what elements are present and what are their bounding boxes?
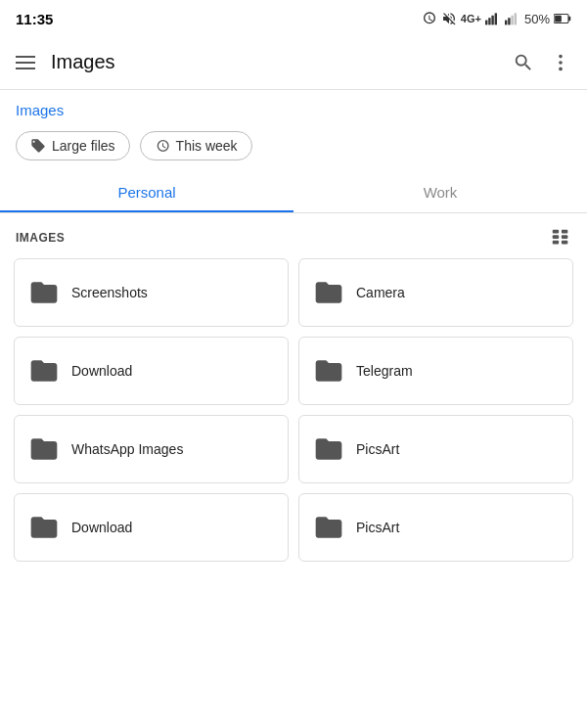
svg-rect-17 [562,230,567,234]
folder-label: PicsArt [356,441,399,457]
folder-icon [28,512,60,543]
signal-icon [485,12,501,25]
status-icons: 4G+ 50% [422,11,571,26]
filters: Large files This week [0,127,587,172]
folder-label: PicsArt [356,520,399,535]
svg-point-13 [559,67,563,70]
svg-rect-19 [562,241,567,245]
grid-view-icon [550,227,571,249]
list-item[interactable]: PicsArt [298,493,573,562]
folder-icon [28,277,60,308]
svg-rect-0 [485,21,487,25]
status-time: 11:35 [16,11,53,27]
folder-icon [313,433,344,465]
search-button[interactable] [513,52,534,73]
folder-icon [313,277,344,308]
svg-point-12 [559,61,563,65]
battery-icon [554,12,571,25]
mute-icon [441,11,457,26]
list-item[interactable]: Screenshots [14,258,289,327]
folder-label: Download [71,520,132,535]
tabs: Personal Work [0,172,587,213]
svg-rect-6 [511,16,513,25]
more-options-button[interactable] [550,52,571,73]
this-week-label: This week [176,138,238,154]
folder-icon [28,355,60,387]
folder-label: Download [71,363,132,379]
list-item[interactable]: Download [14,337,289,405]
view-toggle-button[interactable] [550,227,571,249]
folder-icon [313,512,344,543]
svg-rect-15 [553,235,559,239]
folder-icon [28,433,60,465]
folder-label: Screenshots [71,285,148,300]
svg-rect-16 [553,241,559,245]
battery-text: 50% [524,12,550,26]
svg-rect-14 [553,230,559,234]
breadcrumb-text: Images [16,102,64,118]
breadcrumb: Images [0,90,587,127]
tab-work[interactable]: Work [294,172,587,212]
tab-personal[interactable]: Personal [0,172,294,212]
app-bar-actions [513,52,571,73]
list-item[interactable]: Telegram [298,337,573,405]
alarm-icon [422,11,437,26]
signal2-icon [505,12,520,25]
folder-grid: Screenshots Camera Download Telegram Wha… [0,258,587,575]
svg-rect-10 [555,16,562,23]
svg-point-11 [559,54,563,58]
folder-label: Telegram [356,363,413,379]
this-week-chip[interactable]: This week [140,131,252,160]
list-item[interactable]: PicsArt [298,415,573,483]
list-item[interactable]: Camera [298,258,573,327]
large-files-label: Large files [52,138,115,154]
network-type: 4G+ [461,13,481,24]
svg-rect-7 [515,13,517,24]
svg-rect-1 [488,18,490,24]
list-item[interactable]: WhatsApp Images [14,415,289,483]
status-bar: 11:35 4G+ 50% [0,0,587,35]
menu-button[interactable] [16,56,35,69]
svg-rect-2 [491,16,493,25]
tag-icon [30,138,46,154]
svg-rect-3 [495,13,497,24]
history-icon [155,138,170,154]
section-title: IMAGES [16,231,65,245]
svg-rect-18 [562,235,567,239]
page-title: Images [51,51,513,73]
svg-rect-5 [508,18,510,24]
svg-rect-9 [568,17,570,22]
folder-label: Camera [356,285,405,300]
svg-rect-4 [505,21,507,25]
folder-label: WhatsApp Images [71,441,183,457]
list-item[interactable]: Download [14,493,289,562]
app-bar: Images [0,35,587,90]
section-header: IMAGES [0,213,587,258]
folder-icon [313,355,344,387]
large-files-chip[interactable]: Large files [16,131,130,160]
